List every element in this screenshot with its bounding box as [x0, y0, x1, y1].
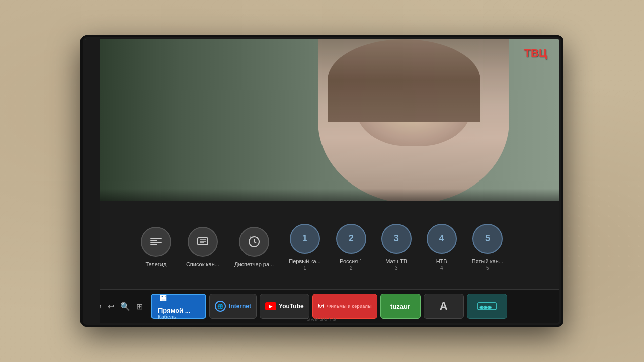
video-content: ТВЦ — [85, 39, 559, 204]
internet-label: Internet — [229, 303, 251, 310]
teleguide-label: Телегид — [145, 261, 166, 268]
app-bar-icons: ⚙ ↩ 🔍 ⊞ — [95, 302, 143, 311]
channel-1-item[interactable]: 1 Первый ка... 1 — [289, 224, 320, 272]
dispatcher-label: Диспетчер ра... — [234, 261, 274, 268]
channel-4-item[interactable]: 4 НТВ 4 — [427, 224, 457, 272]
live-tv-subtitle: Кабель — [158, 314, 191, 320]
channel-list-icon — [188, 227, 218, 257]
youtube-play-icon: ▶ — [265, 302, 276, 310]
ivi-sublabel: Фильмы и сериалы — [327, 304, 372, 309]
ivi-tile[interactable]: ivi Фильмы и сериалы — [312, 294, 377, 319]
channel-2-label: Россия 1 2 — [340, 258, 362, 272]
source-icon[interactable]: ↩ — [108, 302, 114, 311]
apps-grid-icon[interactable]: ⊞ — [136, 302, 143, 311]
channel-5-icon: 5 — [472, 224, 503, 254]
channel-1-icon: 1 — [290, 224, 320, 254]
amediatera-tile[interactable]: A — [424, 294, 464, 319]
live-tv-tile[interactable]: 🖥 Прямой ... Кабель — [151, 294, 206, 319]
search-icon[interactable]: 🔍 — [120, 302, 130, 311]
samsung-logo: SAMSUNG — [307, 317, 337, 322]
more-tile[interactable]: ◉◉◉ — [467, 294, 507, 319]
video-figure — [318, 39, 509, 204]
channel-4-label: НТВ 4 — [436, 258, 447, 272]
channel-4-icon: 4 — [427, 224, 457, 254]
channel-3-item[interactable]: 3 Матч ТВ 3 — [381, 224, 412, 272]
channel-3-label: Матч ТВ 3 — [385, 258, 407, 272]
channel-5-label: Пятый кан... 5 — [472, 258, 503, 272]
youtube-label: YouTube — [279, 303, 304, 310]
channel-5-item[interactable]: 5 Пятый кан... 5 — [472, 224, 503, 272]
channel-grid: Телегид Список кан... — [85, 201, 559, 289]
live-tv-title: Прямой ... — [158, 307, 191, 314]
globe-icon: 🌐 — [215, 301, 226, 312]
amediatera-a-icon: A — [440, 300, 448, 313]
tv-set: ТВЦ Телегид — [80, 35, 564, 327]
tuzaur-tile[interactable]: tuzaur — [380, 294, 421, 319]
channel-1-label: Первый ка... 1 — [289, 258, 320, 272]
youtube-logo: ▶ YouTube — [265, 302, 304, 310]
teleguide-icon — [141, 227, 171, 257]
youtube-tile[interactable]: ▶ YouTube — [260, 294, 309, 319]
channel-2-item[interactable]: 2 Россия 1 2 — [336, 224, 366, 272]
channel-list-label: Список кан... — [186, 261, 219, 268]
ivi-label: ivi — [318, 303, 324, 309]
tv-screen: ТВЦ Телегид — [85, 39, 559, 323]
svg-line-6 — [254, 242, 256, 243]
smart-panel: Телегид Список кан... — [85, 201, 559, 323]
dispatcher-item[interactable]: Диспетчер ра... — [234, 227, 274, 268]
dispatcher-icon — [239, 227, 269, 257]
channel-3-icon: 3 — [381, 224, 412, 254]
internet-tile[interactable]: 🌐 Internet — [209, 294, 257, 319]
teleguide-item[interactable]: Телегид — [141, 227, 171, 268]
channel-logo: ТВЦ — [524, 47, 547, 60]
svg-text:◉◉◉: ◉◉◉ — [479, 305, 492, 310]
channel-2-icon: 2 — [336, 224, 366, 254]
tuzaur-label: tuzaur — [390, 303, 410, 310]
left-bar — [85, 39, 100, 323]
channel-list-item[interactable]: Список кан... — [186, 227, 219, 268]
